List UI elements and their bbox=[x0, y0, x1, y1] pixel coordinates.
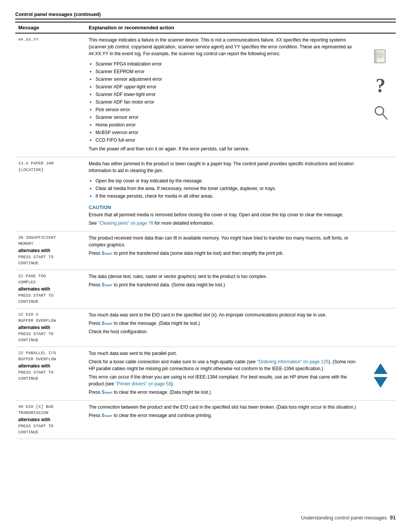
list-item: Home position error bbox=[89, 121, 362, 129]
message-cell: 22 EIO X BUFFER OVERFLOW alternates with… bbox=[15, 308, 86, 347]
bullet-list: Open the top cover or tray indicated by … bbox=[89, 176, 362, 201]
start-keyword: Start bbox=[102, 413, 113, 418]
explanation-cell: Media has either jammed in the product o… bbox=[86, 157, 365, 232]
table-header-row: Message Explanation or recommended actio… bbox=[15, 22, 396, 33]
list-item: McBSP overrun error bbox=[89, 129, 362, 136]
explanation-cell: The product received more data than can … bbox=[86, 231, 365, 270]
message-code: 22 EIO X BUFFER OVERFLOW bbox=[18, 312, 83, 324]
nav-arrows-cell bbox=[365, 347, 396, 400]
list-item: Open the top cover or tray indicated by … bbox=[89, 177, 362, 185]
alternates-with: alternates with bbox=[18, 286, 50, 292]
message-cell: 13.X PAPER JAM [LOCATION] bbox=[15, 157, 86, 232]
list-item: Scanner sensor error bbox=[89, 113, 362, 121]
table-row: 20 INSUFFICIENT MEMORY alternates with P… bbox=[15, 231, 396, 270]
list-item: Clear all media from the area. If necess… bbox=[89, 185, 362, 192]
message-code2: PRESS START TO CONTINUE bbox=[18, 254, 83, 267]
list-item: Scanner sensor adjustment error bbox=[89, 75, 362, 83]
table-row: 21 PAGE TOO COMPLEX alternates with PRES… bbox=[15, 270, 396, 308]
message-code: 21 PAGE TOO COMPLEX bbox=[18, 273, 83, 286]
page-number: 91 bbox=[390, 514, 396, 521]
alternates-with: alternates with bbox=[18, 248, 50, 253]
start-keyword: Start bbox=[102, 390, 113, 395]
caution-label: CAUTION bbox=[89, 204, 362, 211]
message-code: 13.X PAPER JAM [LOCATION] bbox=[18, 160, 83, 173]
explanation-cell: This message indicates a failure in the … bbox=[86, 33, 365, 157]
clearing-jams-link[interactable]: "Clearing jams" on page 78 bbox=[98, 220, 153, 226]
list-item: If the message persists, check for media… bbox=[89, 192, 362, 200]
svg-line-7 bbox=[382, 114, 387, 119]
printer-drivers-link[interactable]: "Printer drivers" on page 58 bbox=[115, 381, 171, 387]
book-icon bbox=[372, 48, 389, 67]
alternates-with: alternates with bbox=[18, 363, 50, 369]
message-code2: PRESS START TO CONTINUE bbox=[18, 369, 83, 382]
page-footer: Understanding control panel messages 91 bbox=[301, 514, 396, 521]
svg-rect-1 bbox=[375, 50, 376, 63]
side-icons: ? bbox=[368, 37, 393, 122]
message-code: 20 INSUFFICIENT MEMORY bbox=[18, 235, 83, 247]
ordering-info-link[interactable]: "Ordering information" on page 125 bbox=[257, 359, 328, 364]
main-table: Message Explanation or recommended actio… bbox=[15, 22, 396, 439]
arrow-down-icon[interactable] bbox=[374, 377, 387, 388]
arrow-up-icon[interactable] bbox=[374, 363, 387, 374]
message-cell: 22 PARALLEL I/O BUFFER OVERFLOW alternat… bbox=[15, 347, 86, 400]
page-header: Control panel messages (continued) bbox=[15, 11, 396, 19]
table-row: 22 EIO X BUFFER OVERFLOW alternates with… bbox=[15, 308, 396, 347]
message-cell: ##.XX.YY bbox=[15, 33, 86, 157]
bullet-list: Scanner FPGA initialization error Scanne… bbox=[89, 59, 362, 145]
explanation-cell: The connection between the product and t… bbox=[86, 400, 365, 439]
list-item: Scanner EEPROM error bbox=[89, 68, 362, 75]
start-keyword: Start bbox=[102, 321, 113, 326]
magnifier-icon bbox=[373, 105, 388, 122]
table-row: 22 PARALLEL I/O BUFFER OVERFLOW alternat… bbox=[15, 347, 396, 400]
start-keyword: Start bbox=[102, 282, 113, 288]
col-header-explanation: Explanation or recommended action bbox=[86, 22, 365, 33]
footer-text: Understanding control panel messages bbox=[301, 515, 387, 521]
list-item: Scanner ADF upper-light error bbox=[89, 83, 362, 91]
message-cell: 40 EIO [X] BAD TRANSMISSION alternates w… bbox=[15, 400, 86, 439]
list-item: Scanner FPGA initialization error bbox=[89, 60, 362, 68]
message-cell: 21 PAGE TOO COMPLEX alternates with PRES… bbox=[15, 270, 86, 308]
list-item: Pick sensor error bbox=[89, 106, 362, 113]
table-row: ##.XX.YY This message indicates a failur… bbox=[15, 33, 396, 157]
message-code2: PRESS START TO CONTINUE bbox=[18, 331, 83, 343]
message-code2: PRESS START TO CONTINUE bbox=[18, 292, 83, 305]
start-keyword: Start bbox=[102, 251, 113, 256]
message-code2: PRESS START TO CONTINUE bbox=[18, 423, 83, 436]
message-code: 40 EIO [X] BAD TRANSMISSION bbox=[18, 404, 83, 416]
table-row: 40 EIO [X] BAD TRANSMISSION alternates w… bbox=[15, 400, 396, 439]
list-item: Scanner ADF lower-light error bbox=[89, 91, 362, 98]
alternates-with: alternates with bbox=[18, 325, 50, 330]
col-header-message: Message bbox=[15, 22, 86, 33]
table-row: 13.X PAPER JAM [LOCATION] Media has eith… bbox=[15, 157, 396, 232]
explanation-cell: The data (dense text, rules, raster or v… bbox=[86, 270, 365, 308]
message-cell: 20 INSUFFICIENT MEMORY alternates with P… bbox=[15, 231, 86, 270]
message-code: 22 PARALLEL I/O BUFFER OVERFLOW bbox=[18, 350, 83, 363]
explanation-cell: Too much data was sent to the EIO card i… bbox=[86, 308, 365, 347]
list-item: Scanner ADF fan motor error bbox=[89, 98, 362, 106]
question-icon: ? bbox=[376, 76, 386, 96]
list-item: CCD FIFO full error bbox=[89, 136, 362, 144]
icons-cell: ? bbox=[365, 33, 396, 157]
explanation-cell: Too much data was sent to the parallel p… bbox=[86, 347, 365, 400]
message-code: ##.XX.YY bbox=[18, 37, 83, 43]
alternates-with: alternates with bbox=[18, 417, 50, 422]
